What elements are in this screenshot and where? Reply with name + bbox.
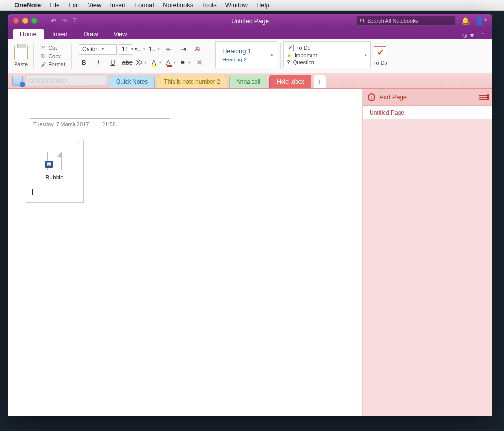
share-icon[interactable]: 👤⁺ <box>475 17 487 25</box>
format-painter-icon: 🖌 <box>40 61 46 68</box>
menu-window[interactable]: Window <box>225 1 248 9</box>
embed-caption: Bubble <box>26 174 83 181</box>
window-titlebar: ↶ ↷ ▽ Untitled Page Search All Notebooks… <box>8 14 492 28</box>
section-tab-anna[interactable]: Anna call <box>229 75 267 88</box>
collapse-ribbon-icon[interactable]: ˄ <box>478 32 487 39</box>
file-embed-container[interactable]: ···· Bubble <box>26 140 84 203</box>
page-list-header: + Add Page <box>363 89 492 106</box>
page-list-view-icon[interactable] <box>479 95 487 100</box>
menu-insert[interactable]: Insert <box>110 1 126 9</box>
delete-button[interactable]: ✖ <box>193 58 206 68</box>
styles-gallery[interactable]: Heading 1 Heading 2 ▸ <box>215 41 277 68</box>
notifications-icon[interactable]: 🔔 <box>461 17 470 25</box>
style-heading2[interactable]: Heading 2 <box>222 57 263 62</box>
onenote-window: ↶ ↷ ▽ Untitled Page Search All Notebooks… <box>8 14 492 416</box>
font-size-dropdown[interactable]: 11▼ <box>119 44 132 55</box>
page-list-item[interactable]: Untitled Page <box>363 106 492 119</box>
styles-expand-icon[interactable]: ▸ <box>271 52 274 57</box>
clear-formatting-button[interactable]: A⃠ <box>192 44 205 55</box>
tag-important[interactable]: ★Important <box>287 52 359 59</box>
numbering-button[interactable]: 1≡ <box>148 44 161 55</box>
menu-edit[interactable]: Edit <box>68 1 79 9</box>
section-tab-bar: ▢▢▢▢▢▢▢▢ Quick Notes This is note number… <box>8 73 492 89</box>
ribbon-tab-bar: Home Insert Draw View ☺ ▾ ˄ <box>8 28 492 39</box>
feedback-smiley-icon[interactable]: ☺ ▾ <box>459 31 476 39</box>
redo-button[interactable]: ↷ <box>62 17 67 25</box>
italic-button[interactable]: I <box>92 58 104 68</box>
todo-label: To Do <box>373 60 387 66</box>
cut-button[interactable]: ✂Cut <box>40 45 65 51</box>
undo-button[interactable]: ↶ <box>51 17 56 25</box>
qat-customize[interactable]: ▽ <box>73 17 76 25</box>
format-painter-button[interactable]: 🖌Format <box>40 61 65 68</box>
page-canvas[interactable]: Tuesday, 7 March 2017 21:58 ···· Bubble <box>8 89 362 416</box>
outdent-button[interactable]: ⇤ <box>163 44 176 55</box>
tab-insert[interactable]: Insert <box>45 29 75 39</box>
menu-help[interactable]: Help <box>256 1 269 9</box>
close-button[interactable] <box>13 18 19 24</box>
highlight-button[interactable]: A <box>150 58 163 68</box>
underline-button[interactable]: U <box>106 58 119 68</box>
page-title-input[interactable] <box>30 108 170 119</box>
font-name-dropdown[interactable]: Calibri▼ <box>79 44 117 55</box>
menu-view[interactable]: View <box>88 1 102 9</box>
copy-button[interactable]: ⧉Copy <box>40 53 65 59</box>
todo-big-icon: ✔ <box>374 46 386 59</box>
paste-group[interactable]: Paste <box>11 41 30 71</box>
todo-button[interactable]: ✔ To Do <box>373 41 387 71</box>
search-icon <box>360 18 365 24</box>
zoom-button[interactable] <box>31 18 37 24</box>
quick-access-toolbar: ↶ ↷ ▽ <box>51 17 76 25</box>
tab-view[interactable]: View <box>107 29 134 39</box>
paste-icon <box>14 45 28 60</box>
menu-file[interactable]: File <box>49 1 59 9</box>
tags-gallery[interactable]: ✔To Do ★Important ?Question ▸ <box>283 41 371 68</box>
text-cursor <box>32 189 33 195</box>
svg-point-0 <box>360 19 363 22</box>
traffic-lights <box>13 18 37 24</box>
search-input[interactable]: Search All Notebooks <box>356 16 456 26</box>
bold-button[interactable]: B <box>77 58 90 68</box>
add-page-icon[interactable]: + <box>368 93 375 101</box>
section-tab-hold[interactable]: Hold .docx <box>269 75 311 88</box>
add-section-button[interactable]: + <box>313 75 326 88</box>
font-color-button[interactable]: A <box>164 58 177 68</box>
menu-tools[interactable]: Tools <box>202 1 216 9</box>
star-icon: ★ <box>287 52 292 59</box>
add-page-button[interactable]: Add Page <box>379 93 407 101</box>
style-heading1[interactable]: Heading 1 <box>222 47 263 55</box>
bullets-button[interactable]: •≡ <box>134 44 147 55</box>
tag-todo[interactable]: ✔To Do <box>287 45 359 51</box>
section-tab-note2[interactable]: This is note number 2 <box>157 75 227 88</box>
macos-menubar: OneNote File Edit View Insert Format Not… <box>0 0 504 11</box>
app-menu[interactable]: OneNote <box>15 1 41 9</box>
indent-button[interactable]: ⇥ <box>178 44 190 55</box>
page-time: 21:58 <box>102 121 116 127</box>
copy-icon: ⧉ <box>40 53 46 59</box>
section-tab-quick-notes[interactable]: Quick Notes <box>109 75 155 88</box>
word-file-icon <box>47 152 62 170</box>
notebook-dropdown[interactable]: ▢▢▢▢▢▢▢▢ <box>26 75 107 86</box>
svg-line-1 <box>363 21 365 23</box>
tab-home[interactable]: Home <box>13 29 44 39</box>
page-datetime: Tuesday, 7 March 2017 21:58 <box>33 121 116 127</box>
page-list-panel: + Add Page Untitled Page <box>362 89 492 416</box>
tags-expand-icon[interactable]: ▸ <box>365 52 367 57</box>
ribbon: Paste ✂Cut ⧉Copy 🖌Format Calibri▼ 11▼ •≡… <box>8 39 492 73</box>
subscript-button[interactable]: X2 <box>135 58 148 68</box>
notebook-icon[interactable] <box>12 76 23 86</box>
font-group: Calibri▼ 11▼ •≡ 1≡ ⇤ ⇥ A⃠ B I U abc X2 A… <box>74 41 209 71</box>
menu-notebooks[interactable]: Notebooks <box>163 1 193 9</box>
page-date: Tuesday, 7 March 2017 <box>33 121 89 127</box>
align-button[interactable]: ≡ <box>179 58 192 68</box>
paste-label: Paste <box>14 61 28 67</box>
menu-format[interactable]: Format <box>134 1 154 9</box>
minimize-button[interactable] <box>22 18 28 24</box>
scissors-icon: ✂ <box>40 45 46 51</box>
embed-drag-handle[interactable]: ···· <box>26 140 83 145</box>
tag-question[interactable]: ?Question <box>287 59 359 65</box>
tab-draw[interactable]: Draw <box>76 29 104 39</box>
strikethrough-button[interactable]: abc <box>121 58 133 68</box>
todo-checkbox-icon: ✔ <box>287 45 294 51</box>
main-area: Tuesday, 7 March 2017 21:58 ···· Bubble … <box>8 89 492 416</box>
